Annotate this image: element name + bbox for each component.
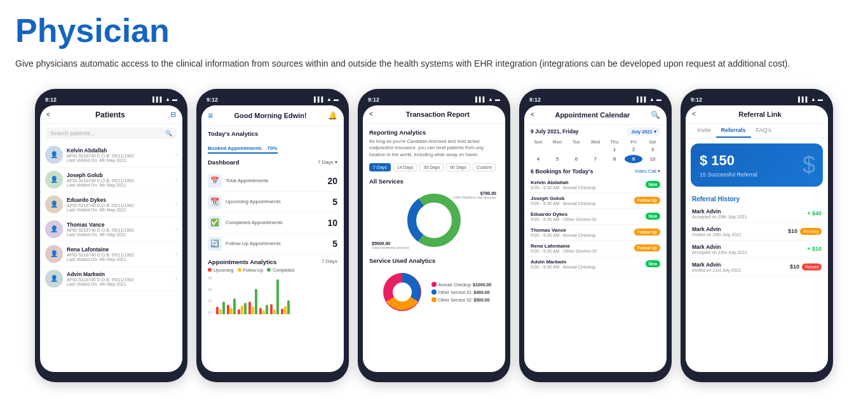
appointment-item[interactable]: Joseph Golub 9:00 - 9:30 AM · Annual Che… (524, 193, 667, 209)
search-bar[interactable]: Search patients... 🔍 (45, 128, 177, 139)
appointments-list: Kelvin Abdallah 9:00 - 9:30 AM · Annual … (524, 177, 667, 272)
booked-tab[interactable]: Booked Appointments (208, 145, 262, 154)
patient-last-visit: Last Visited On: 4th May 2021 (67, 208, 172, 212)
patient-item[interactable]: 👤 Rena Lafontaine APID-5218740 D.O.B: 05… (40, 242, 182, 267)
days-selector[interactable]: 7 Days ▾ (318, 159, 337, 165)
bell-icon[interactable]: 🔔 (328, 111, 337, 120)
tab-invite[interactable]: Invite (692, 124, 716, 138)
legend-completed-label: Completed (273, 268, 294, 272)
followup-dot (238, 268, 241, 272)
legend-dot (431, 297, 437, 302)
legend-amount: $400.00 (473, 290, 489, 295)
ref-date: Invited on 21st July 2021 (692, 268, 790, 272)
referral-history-title: Referral History (686, 192, 828, 205)
appt-info: Rena Lafontaine 9:00 - 9:30 AM · Other S… (531, 243, 631, 253)
ref-date: Accepted on 23rd July 2021 (692, 250, 807, 255)
cal-cell-2[interactable]: 2 (625, 145, 642, 154)
cal-cell-9-today[interactable]: 9 (625, 155, 642, 163)
patient-last-visit: Last Visited On: 4th May 2021 (67, 183, 172, 187)
day-mon: Mon (548, 140, 566, 144)
appt-name: Joseph Golub (531, 196, 631, 201)
patient-info: Advin Markwin APID-5218740 D.O.B: 05/11/… (67, 271, 172, 286)
phone-time: 9:12 (529, 96, 541, 103)
filter-30days[interactable]: 30 Days (419, 163, 444, 171)
appt-info: Advin Markwin 9:00 - 9:30 AM · Annual Ch… (531, 259, 642, 269)
phone-notch (254, 89, 292, 98)
patient-info: Eduardo Dykes APID-5218740 D.O.B: 05/11/… (67, 197, 172, 212)
ref-info: Mark Advin Accepted on 23rd July 2021 (692, 244, 807, 255)
cal-cell-10[interactable]: 10 (644, 155, 661, 163)
back-button[interactable]: < (369, 110, 373, 117)
phone-notch (738, 89, 776, 98)
patient-meta: APID-5218740 D.O.B: 05/11/1992 (67, 277, 172, 282)
calendar-grid: Sun Mon Tue Wed Thu Fri Sat 1 2 3 (524, 138, 667, 166)
stat-total-appointments: 📅 Total Appointments 20 (208, 171, 337, 192)
bars-container (216, 276, 290, 314)
dashboard-label: Dashboard (208, 159, 240, 166)
ref-amount: $10 (788, 228, 797, 234)
completed-dot (267, 268, 271, 272)
tab-referrals[interactable]: Referrals (716, 124, 751, 138)
appt-name: Eduardo Dykes (531, 211, 642, 217)
menu-icon[interactable]: ≡ (208, 110, 213, 121)
legend-label: Other Service 02 (438, 298, 472, 302)
patient-item[interactable]: 👤 Joseph Golub APID-5218740 D.O.B: 05/11… (40, 168, 182, 192)
appointment-item[interactable]: Eduardo Dykes 9:00 - 9:30 AM · Other Ser… (524, 209, 667, 225)
appointment-item[interactable]: Rena Lafontaine 9:00 - 9:30 AM · Other S… (524, 241, 667, 256)
analytics-title: Appointments Analytics 7 Days (208, 258, 337, 265)
bar-upcoming (216, 307, 219, 314)
patient-name: Advin Markwin (67, 271, 172, 277)
cal-cell-5[interactable]: 5 (548, 155, 566, 163)
patient-item[interactable]: 👤 Kelvin Abdallah APID-5218740 D.O.B: 05… (40, 143, 182, 168)
donut-chart: $780.00 12% Platform fee amount $5000.00… (369, 189, 499, 252)
filter-7days[interactable]: 7 Days (369, 163, 391, 171)
patient-item[interactable]: 👤 Eduardo Dykes APID-5218740 D.O.B: 05/1… (40, 192, 182, 217)
appointment-item[interactable]: Kelvin Abdallah 9:00 - 9:30 AM · Annual … (524, 177, 667, 193)
patient-last-visit: Last Visited On: 4th May 2021 (67, 158, 172, 163)
filter-icon[interactable]: ⊟ (170, 110, 176, 119)
patient-item[interactable]: 👤 Thomas Vance APID-5218740 D.O.B: 05/11… (40, 217, 182, 242)
stat-upcoming-appointments: 📆 Upcoming Appointments 5 (208, 192, 337, 213)
filter-14days[interactable]: 14 Days (393, 163, 417, 171)
wifi-icon: ▲ (488, 96, 493, 102)
cal-cell-3[interactable]: 3 (644, 145, 661, 154)
patient-avatar: 👤 (45, 196, 63, 213)
appointment-item[interactable]: Thomas Vance 9:00 - 9:30 AM · Annual Che… (524, 225, 667, 241)
search-icon[interactable]: 🔍 (651, 110, 660, 119)
back-button[interactable]: < (46, 111, 50, 118)
cal-cell-8[interactable]: 8 (606, 155, 623, 163)
legend-dot (431, 289, 437, 295)
filter-custom[interactable]: Custom (473, 163, 496, 171)
phone-time: 9:12 (207, 96, 218, 103)
appointment-item[interactable]: Advin Markwin 9:00 - 9:30 AM · Annual Ch… (524, 256, 667, 272)
month-selector[interactable]: July 2021 ▾ (627, 128, 660, 136)
appt-badge-followup: Follow Up (634, 197, 660, 204)
cal-cell-7[interactable]: 7 (587, 155, 604, 163)
bar-upcoming (238, 309, 240, 314)
patients-title: Patients (95, 110, 125, 119)
ref-name: Mark Advin (692, 208, 807, 215)
appt-badge-new: New (646, 213, 660, 220)
phone-transaction: 9:12 ▌▌▌ ▲ ▬ < Transaction Report Report… (358, 89, 510, 382)
chevron-right-icon: › (175, 275, 177, 282)
ref-amount: + $10 (807, 246, 822, 252)
patient-item[interactable]: 👤 Advin Markwin APID-5218740 D.O.B: 05/1… (40, 267, 182, 291)
back-button[interactable]: < (692, 110, 696, 117)
cal-cell-1[interactable]: 1 (606, 145, 623, 154)
reporting-desc: As long as you're Canadian-licensed and … (369, 138, 499, 159)
video-call-selector[interactable]: Video Call ▾ (635, 168, 660, 174)
filter-90days[interactable]: 90 Days (446, 163, 470, 171)
dashboard-header: ≡ Good Morning Edwin! 🔔 (201, 105, 344, 126)
y-axis: 40 30 20 10 (208, 276, 214, 314)
transaction-title: Transaction Report (377, 110, 499, 118)
donut-label-top: $780.00 12% Platform fee amount (453, 191, 496, 199)
cal-cell-6[interactable]: 6 (567, 155, 585, 163)
legend-item: Other Service 01 $400.00 (431, 289, 492, 295)
bar-group (227, 298, 236, 314)
back-button[interactable]: < (531, 111, 534, 118)
patient-avatar: 👤 (45, 220, 63, 238)
tab-faqs[interactable]: FAQ's (751, 124, 776, 138)
cal-cell-4[interactable]: 4 (529, 155, 547, 163)
referral-header: < Referral Link (686, 105, 828, 124)
dashboard-screen: ≡ Good Morning Edwin! 🔔 Today's Analytic… (201, 105, 344, 372)
